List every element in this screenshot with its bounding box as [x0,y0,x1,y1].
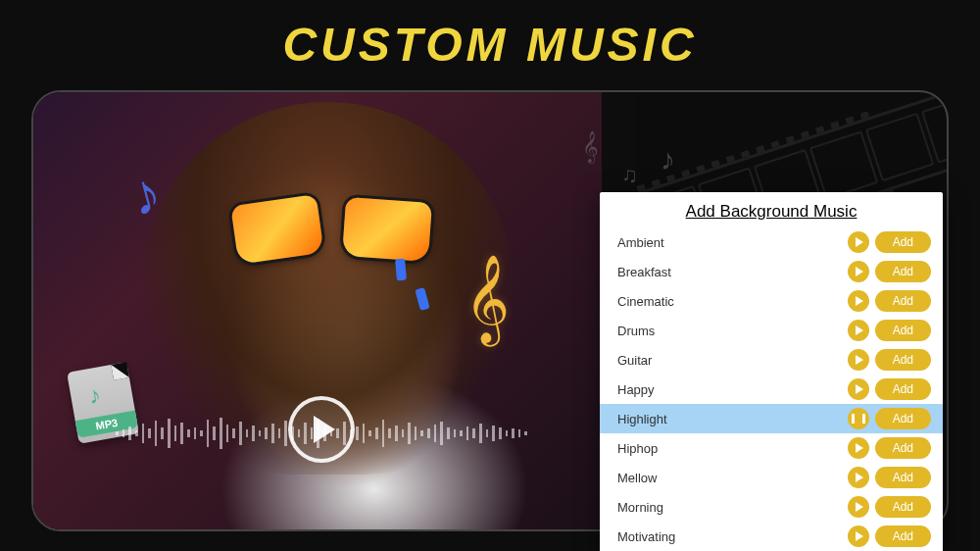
pause-icon[interactable] [848,408,869,429]
add-button[interactable]: Add [875,320,931,341]
preview-photo-detail [395,259,407,281]
add-button[interactable]: Add [875,290,931,312]
play-icon[interactable] [848,349,869,371]
track-row[interactable]: HighlightAdd [600,404,943,433]
track-row[interactable]: MotivatingAdd [600,522,943,551]
play-icon[interactable] [848,526,869,547]
play-icon[interactable] [848,496,869,518]
add-button[interactable]: Add [875,378,931,400]
track-name: Cinematic [617,294,848,309]
music-note-icon: ♪ [86,381,103,411]
add-button[interactable]: Add [875,408,931,429]
music-note-icon: ♫ [621,163,638,188]
add-button[interactable]: Add [875,526,931,547]
track-row[interactable]: DrumsAdd [600,316,943,345]
play-icon[interactable] [848,320,869,341]
track-list: AmbientAddBreakfastAddCinematicAddDrumsA… [600,227,943,551]
track-row[interactable]: BreakfastAdd [600,257,943,286]
track-row[interactable]: AmbientAdd [600,227,943,257]
track-row[interactable]: MorningAdd [600,492,943,522]
treble-clef-icon: 𝄞 [465,254,510,344]
play-icon[interactable] [848,467,869,488]
track-name: Mellow [617,471,848,485]
video-play-button[interactable] [288,396,355,463]
add-button[interactable]: Add [875,261,931,282]
add-button[interactable]: Add [875,467,931,488]
track-name: Happy [617,382,848,397]
track-row[interactable]: HiphopAdd [600,433,943,463]
play-icon[interactable] [848,290,869,312]
page-title: CUSTOM MUSIC [0,0,980,81]
add-button[interactable]: Add [875,231,931,253]
track-name: Morning [617,500,848,515]
add-button[interactable]: Add [875,349,931,371]
play-icon[interactable] [848,437,869,459]
add-button[interactable]: Add [875,496,931,518]
track-name: Highlight [617,412,848,426]
video-preview: ♪ MP3 ♪ 𝄞 [33,92,602,531]
track-row[interactable]: MellowAdd [600,463,943,492]
play-icon[interactable] [848,378,869,400]
track-row[interactable]: CinematicAdd [600,286,943,316]
track-name: Hiphop [617,441,848,456]
track-name: Drums [617,324,848,338]
add-button[interactable]: Add [875,437,931,459]
track-row[interactable]: HappyAdd [600,375,943,404]
panel-title: Add Background Music [600,192,943,227]
play-icon[interactable] [848,261,869,282]
music-note-icon: ♪ [661,143,675,176]
track-name: Guitar [617,353,848,368]
preview-photo-glasses [234,200,430,267]
background-music-panel: Add Background Music AmbientAddBreakfast… [600,192,943,551]
track-row[interactable]: GuitarAdd [600,345,943,375]
track-name: Ambient [617,235,848,250]
music-note-icon: 𝄞 [582,131,599,164]
track-name: Motivating [617,529,848,544]
track-name: Breakfast [617,265,848,279]
play-icon[interactable] [848,231,869,253]
